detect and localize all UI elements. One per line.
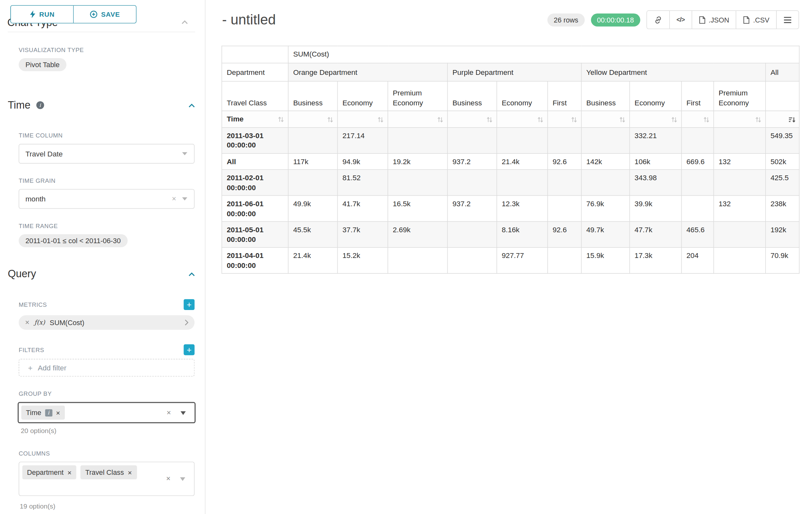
save-button[interactable]: SAVE (73, 6, 136, 23)
add-filter-dropzone[interactable]: + Add filter (19, 359, 195, 377)
remove-metric-icon[interactable]: ✕ (25, 319, 30, 326)
export-csv-button[interactable]: .CSV (736, 10, 777, 29)
time-grain-select[interactable]: month ✕ (19, 189, 195, 209)
value-cell (447, 248, 497, 274)
sort-icon[interactable] (437, 116, 443, 123)
chevron-right-icon[interactable] (185, 319, 188, 325)
menu-button[interactable] (776, 10, 799, 29)
travel-class-header: Travel Class (222, 81, 288, 111)
chevron-down-icon[interactable] (180, 477, 185, 481)
run-save-button-group: RUN SAVE (10, 5, 137, 23)
time-column-label: TIME COLUMN (19, 132, 63, 138)
value-cell: 117k (288, 154, 338, 170)
remove-tag-icon[interactable]: ✕ (67, 469, 71, 476)
value-cell: 192k (765, 222, 799, 248)
sort-cell (714, 111, 766, 128)
time-range-value[interactable]: 2011-01-01 ≤ col < 2011-06-30 (19, 234, 127, 247)
sort-icon[interactable] (377, 116, 384, 123)
sort-cell (548, 111, 581, 128)
query-timer-badge: 00:00:00.18 (591, 13, 640, 26)
info-icon[interactable]: i (45, 409, 52, 416)
collapse-chevron-icon[interactable] (188, 272, 195, 276)
sort-icon[interactable] (327, 116, 334, 123)
group-header: Purple Department (447, 63, 581, 81)
metric-chip[interactable]: ✕ ƒ(x) SUM(Cost) (19, 315, 195, 330)
sort-icon[interactable] (571, 116, 577, 123)
value-cell: 12.3k (497, 196, 548, 222)
section-divider (8, 32, 195, 32)
columns-select[interactable]: Department ✕ Travel Class ✕ ✕ (19, 462, 195, 496)
add-metric-button[interactable]: + (183, 299, 195, 310)
sort-cell (765, 111, 799, 128)
class-header: Premium Economy (714, 81, 766, 111)
superset-explore-view: Chart Type RUN SAVE VISUALIZATION TYPE (0, 0, 812, 514)
chart-title[interactable]: - untitled (222, 10, 276, 29)
embed-code-button[interactable]: </> (669, 10, 692, 29)
clear-icon[interactable]: ✕ (166, 476, 171, 482)
code-icon: </> (676, 16, 685, 23)
metrics-label-row: METRICS + (19, 299, 195, 310)
hamburger-icon (783, 17, 792, 23)
time-header: Time (222, 111, 288, 128)
remove-tag-icon[interactable]: ✕ (56, 410, 60, 416)
value-cell (682, 170, 714, 196)
columns-tag[interactable]: Department ✕ (23, 465, 77, 479)
class-header: First (548, 81, 581, 111)
value-cell (447, 170, 497, 196)
time-section-header: Time i (8, 99, 195, 111)
add-filter-button[interactable]: + (183, 344, 195, 355)
sort-icon[interactable] (703, 116, 709, 123)
sort-icon[interactable] (278, 116, 284, 123)
value-cell: 204 (682, 248, 714, 274)
file-icon (743, 16, 750, 23)
group-by-label: GROUP BY (19, 390, 52, 397)
value-cell: 217.14 (338, 128, 388, 154)
run-button[interactable]: RUN (11, 6, 73, 23)
columns-tag[interactable]: Travel Class ✕ (81, 465, 137, 479)
value-cell: 49.7k (581, 222, 629, 248)
clear-icon[interactable]: ✕ (167, 409, 171, 416)
collapse-chevron-icon[interactable] (188, 103, 195, 107)
value-cell (714, 222, 766, 248)
clear-icon[interactable]: ✕ (172, 196, 176, 202)
time-section-title: Time (8, 99, 30, 111)
chevron-down-icon[interactable] (181, 411, 186, 415)
remove-tag-icon[interactable]: ✕ (127, 469, 132, 476)
group-by-select[interactable]: Time i ✕ ✕ (18, 402, 196, 423)
chevron-down-icon (182, 152, 187, 156)
visualization-type-value[interactable]: Pivot Table (19, 58, 66, 71)
result-toolbar: 26 rows 00:00:00.18 </> .J (548, 10, 799, 29)
value-cell (447, 222, 497, 248)
table-row: 2011-02-01 00:00:0081.52343.98425.5 (222, 170, 799, 196)
sort-desc-active-icon[interactable] (788, 116, 795, 123)
chevron-up-icon[interactable] (181, 20, 188, 24)
sort-icon[interactable] (755, 116, 762, 123)
value-cell: 37.7k (338, 222, 388, 248)
class-header-row: Travel ClassBusinessEconomyPremium Econo… (222, 81, 799, 111)
value-cell: 76.9k (581, 196, 629, 222)
value-cell: 332.21 (630, 128, 682, 154)
value-cell (388, 170, 447, 196)
sort-cell (338, 111, 388, 128)
table-row: All117k94.9k19.2k937.221.4k92.6142k106k6… (222, 154, 799, 170)
sort-icon[interactable] (671, 116, 677, 123)
group-by-tag[interactable]: Time i ✕ (21, 406, 65, 420)
class-header: Economy (338, 81, 388, 111)
value-cell (288, 128, 338, 154)
value-cell: 669.6 (682, 154, 714, 170)
row-label: 2011-02-01 00:00:00 (222, 170, 288, 196)
sort-icon[interactable] (486, 116, 493, 123)
value-cell (548, 170, 581, 196)
row-label: All (222, 154, 288, 170)
columns-options-hint: 19 option(s) (20, 502, 55, 510)
add-filter-label: Add filter (38, 364, 66, 372)
value-cell (548, 248, 581, 274)
export-json-button[interactable]: .JSON (691, 10, 736, 29)
sort-cell (497, 111, 548, 128)
info-icon[interactable]: i (36, 101, 44, 109)
sort-icon[interactable] (619, 116, 626, 123)
time-column-select[interactable]: Travel Date (19, 144, 195, 164)
copy-link-button[interactable] (646, 10, 670, 29)
sort-icon[interactable] (537, 116, 544, 123)
columns-label: COLUMNS (19, 451, 50, 457)
